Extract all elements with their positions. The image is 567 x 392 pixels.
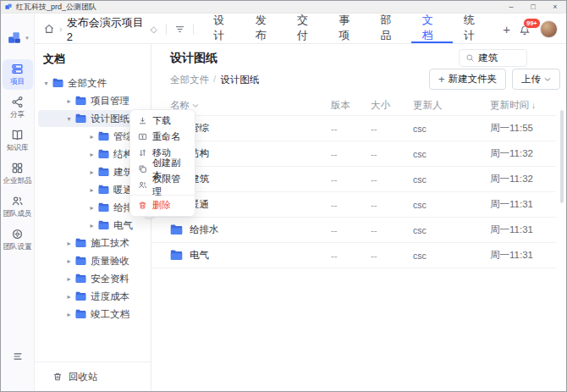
file-table: 管综----csc周一11:55结构----csc周一11:32建筑----cs…: [151, 115, 556, 268]
file-size: --: [371, 251, 413, 261]
add-tab-button[interactable]: +: [494, 22, 519, 36]
home-icon[interactable]: [43, 23, 55, 35]
search-input[interactable]: [478, 53, 520, 63]
tree-item-label: 施工技术: [91, 237, 129, 250]
menu-item-0[interactable]: 下载: [130, 113, 195, 129]
tree-item-12[interactable]: ▸进度成本: [38, 288, 147, 305]
column-updated-time[interactable]: 更新时间 ↓: [490, 99, 556, 112]
project-name[interactable]: 发布会演示项目2: [67, 15, 146, 43]
tree-item-10[interactable]: ▸质量验收: [38, 252, 147, 269]
avatar[interactable]: [540, 20, 558, 38]
sidebar-item-0[interactable]: 项目: [3, 59, 33, 90]
tree-item-1[interactable]: ▸项目管理: [38, 92, 147, 109]
tree-item-label: 竣工文档: [91, 308, 129, 321]
menu-item-5[interactable]: 删除: [130, 197, 195, 213]
breadcrumb: 全部文件 / 设计图纸: [170, 74, 259, 86]
search-box[interactable]: [459, 49, 527, 67]
folder-icon: [170, 224, 183, 235]
rail-collapse-button[interactable]: [1, 351, 34, 362]
chevron-down-icon: [192, 103, 199, 108]
notification-badge: 99+: [523, 18, 541, 29]
tree-item-0[interactable]: ▾全部文件: [38, 75, 147, 91]
file-name[interactable]: 电气: [190, 249, 209, 262]
caret-down-icon[interactable]: ▾: [41, 80, 51, 87]
file-updated-time: 周一11:32: [490, 173, 556, 185]
caret-right-icon[interactable]: ▸: [64, 311, 74, 318]
table-row-4[interactable]: 给排水----csc周一11:31: [151, 218, 556, 243]
column-version[interactable]: 版本: [331, 99, 371, 112]
caret-right-icon[interactable]: ▸: [87, 151, 96, 158]
file-name[interactable]: 给排水: [190, 224, 219, 236]
upload-label: 上传: [521, 73, 541, 86]
nav-tab-5[interactable]: 文档: [411, 14, 453, 43]
caret-right-icon[interactable]: ▸: [87, 186, 96, 194]
sidebar-item-label: 团队成员: [3, 209, 32, 219]
minimize-button[interactable]: –: [500, 1, 522, 13]
table-row-3[interactable]: 暖通----csc周一11:31: [151, 192, 556, 218]
new-folder-button[interactable]: + 新建文件夹: [429, 69, 506, 90]
nav-tab-0[interactable]: 设计: [202, 14, 244, 43]
caret-right-icon[interactable]: ▸: [64, 97, 74, 105]
upload-button[interactable]: 上传: [512, 69, 560, 90]
caret-right-icon[interactable]: ▸: [87, 204, 96, 212]
caret-down-icon[interactable]: ▾: [64, 115, 74, 123]
table-row-0[interactable]: 管综----csc周一11:55: [151, 116, 556, 141]
nav-tab-1[interactable]: 发布: [245, 14, 286, 43]
nav-tab-3[interactable]: 事项: [328, 14, 369, 43]
file-version: --: [331, 124, 371, 134]
menu-item-4[interactable]: 权限管理: [130, 177, 195, 193]
tree-item-8[interactable]: ▸电气: [38, 217, 147, 234]
table-row-1[interactable]: 结构----csc周一11:32: [151, 141, 556, 167]
folder-icon: [74, 309, 91, 319]
sidebar-item-3[interactable]: 企业部品: [3, 158, 33, 189]
nav-tab-2[interactable]: 交付: [286, 14, 328, 43]
tree-item-label: 全部文件: [68, 77, 107, 90]
menu-item-1[interactable]: 重命名: [130, 129, 195, 145]
tree-item-11[interactable]: ▸安全资料: [38, 270, 147, 287]
sidebar-item-label: 企业部品: [3, 176, 32, 186]
caret-right-icon[interactable]: ▸: [87, 133, 96, 141]
folder-icon: [74, 291, 91, 301]
column-size[interactable]: 大小: [371, 99, 413, 112]
favorite-icon[interactable]: ◇: [151, 25, 157, 34]
recycle-bin[interactable]: 回收站: [35, 362, 151, 391]
sidebar-item-1[interactable]: 分享: [3, 92, 33, 123]
filter-icon[interactable]: [170, 24, 190, 35]
tree-item-label: 项目管理: [91, 95, 129, 108]
file-updated-time: 周一11:31: [490, 249, 556, 262]
app-window: 红瓦科技_prd_公测团队 – □ × ▾ 项目分享知识库企业部品团队成员团队设…: [0, 0, 567, 392]
file-updater: csc: [413, 174, 490, 185]
column-name[interactable]: 名称: [170, 99, 331, 112]
caret-right-icon[interactable]: ▸: [87, 168, 96, 176]
sidebar-item-2[interactable]: 知识库: [3, 125, 33, 156]
maximize-button[interactable]: □: [522, 1, 544, 13]
tree-item-9[interactable]: ▸施工技术: [38, 235, 147, 251]
caret-right-icon[interactable]: ▸: [87, 222, 96, 229]
tree-item-13[interactable]: ▸竣工文档: [38, 306, 147, 323]
divider: [166, 24, 167, 35]
breadcrumb-separator: /: [213, 74, 216, 86]
caret-right-icon[interactable]: ▸: [64, 293, 74, 301]
folder-icon: [74, 113, 91, 124]
breadcrumb-parent[interactable]: 全部文件: [170, 74, 209, 86]
settings-icon: [11, 228, 24, 240]
nav-tab-6[interactable]: 统计: [453, 14, 494, 43]
nav-tab-4[interactable]: 部品: [369, 14, 410, 43]
caret-right-icon[interactable]: ▸: [64, 275, 74, 283]
column-updater[interactable]: 更新人: [413, 99, 490, 112]
sidebar-item-4[interactable]: 团队成员: [3, 191, 33, 222]
scrollbar-thumb[interactable]: [560, 110, 564, 203]
caret-right-icon[interactable]: ▸: [64, 240, 74, 247]
close-button[interactable]: ×: [544, 1, 566, 13]
caret-right-icon[interactable]: ▸: [64, 257, 74, 265]
table-row-5[interactable]: 电气----csc周一11:31: [151, 243, 556, 268]
toolbar-actions: + 新建文件夹 上传: [429, 69, 560, 90]
window-titlebar: 红瓦科技_prd_公测团队 – □ ×: [1, 1, 566, 14]
file-size: --: [371, 124, 413, 134]
file-size: --: [371, 200, 413, 210]
table-row-2[interactable]: 建筑----csc周一11:32: [151, 167, 556, 192]
sidebar-item-5[interactable]: 团队设置: [3, 224, 33, 255]
notifications-button[interactable]: 99+: [519, 22, 532, 36]
top-navigation: › 发布会演示项目2 ◇ 设计发布交付事项部品文档统计 + 99+: [35, 14, 566, 44]
workspace-switcher[interactable]: ▾: [6, 29, 29, 47]
